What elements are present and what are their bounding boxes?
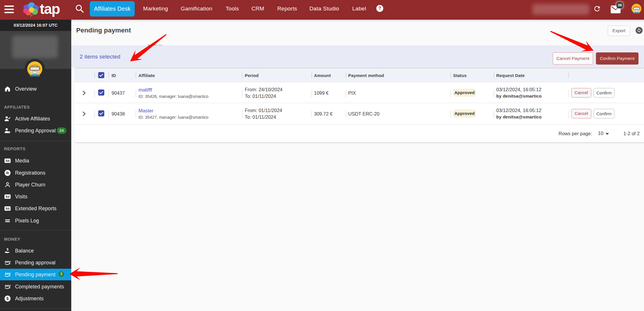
svg-text:$: $ [6,296,9,301]
svg-text:Ad: Ad [6,195,9,198]
svg-text:pay: pay [5,272,11,275]
svg-text:pay: pay [5,260,11,263]
svg-text:Ad: Ad [6,207,9,210]
svg-text:pay: pay [5,284,11,287]
svg-text:R: R [6,171,9,175]
svg-text:$: $ [7,248,8,251]
svg-text:Ad: Ad [6,159,9,162]
